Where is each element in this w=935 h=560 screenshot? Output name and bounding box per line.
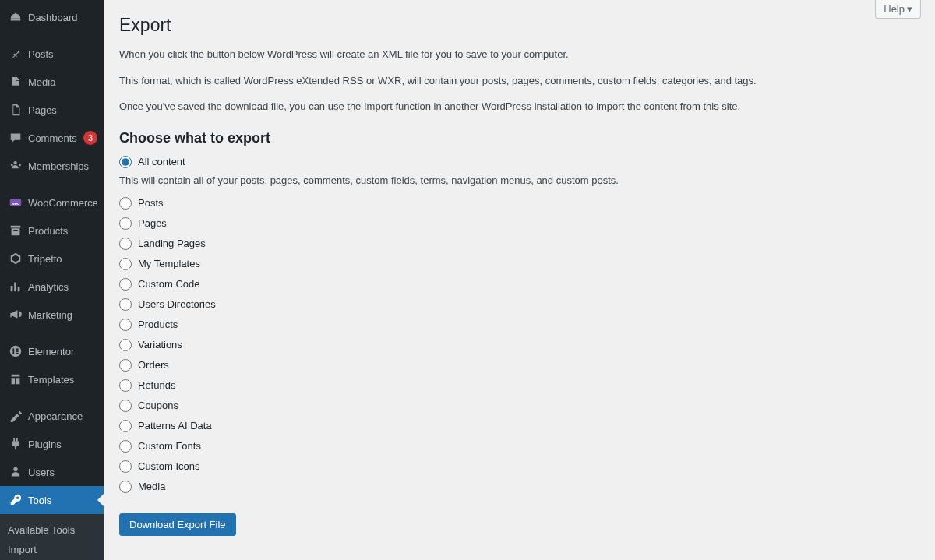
comments-icon	[8, 130, 23, 146]
radio-all-content-input[interactable]	[119, 156, 132, 168]
sidebar-item-elementor[interactable]: Elementor	[0, 337, 104, 365]
submenu-label: Import	[8, 544, 37, 555]
menu-label: Dashboard	[28, 12, 97, 23]
submenu-label: Available Tools	[8, 524, 75, 536]
menu-label: Tripetto	[28, 253, 97, 265]
menu-label: Analytics	[28, 281, 97, 293]
page-title: Export	[119, 8, 919, 36]
menu-label: Posts	[28, 48, 97, 60]
radio-refunds-input[interactable]	[119, 379, 132, 392]
sidebar-item-posts[interactable]: Posts	[0, 40, 104, 68]
radio-patterns-ai-data-input[interactable]	[119, 420, 132, 432]
menu-label: Media	[28, 76, 97, 88]
radio-posts[interactable]: Posts	[119, 197, 919, 210]
analytics-icon	[8, 279, 23, 294]
menu-label: Users	[28, 467, 97, 478]
radio-custom-fonts[interactable]: Custom Fonts	[119, 440, 919, 453]
radio-label: Patterns AI Data	[138, 420, 212, 431]
sidebar-item-products[interactable]: Products	[0, 217, 104, 245]
radio-pages-input[interactable]	[119, 217, 132, 230]
sidebar-item-plugins[interactable]: Plugins	[0, 430, 104, 458]
sidebar-item-pages[interactable]: Pages	[0, 96, 104, 124]
radio-my-templates[interactable]: My Templates	[119, 258, 919, 270]
intro-paragraph-3: Once you've saved the download file, you…	[119, 99, 919, 114]
help-tab[interactable]: Help ▾	[875, 0, 921, 19]
radio-all-content-label: All content	[138, 156, 185, 167]
sidebar-item-users[interactable]: Users	[0, 458, 104, 486]
radio-label: Custom Icons	[138, 460, 199, 472]
menu-label: WooCommerce	[28, 197, 97, 209]
radio-landing-pages[interactable]: Landing Pages	[119, 238, 919, 250]
download-export-button[interactable]: Download Export File	[119, 513, 236, 536]
admin-sidebar: DashboardPostsMediaPagesComments3Members…	[0, 0, 104, 560]
radio-variations[interactable]: Variations	[119, 339, 919, 351]
radio-orders-input[interactable]	[119, 359, 132, 372]
menu-label: Plugins	[28, 438, 97, 450]
svg-rect-5	[16, 350, 19, 352]
radio-custom-icons-input[interactable]	[119, 460, 132, 473]
tripetto-icon	[8, 251, 23, 266]
woo-icon: woo	[8, 195, 23, 210]
radio-posts-input[interactable]	[119, 197, 132, 210]
sidebar-item-media[interactable]: Media	[0, 68, 104, 96]
submenu-item-available-tools[interactable]: Available Tools	[0, 520, 104, 540]
radio-custom-fonts-input[interactable]	[119, 440, 132, 453]
radio-custom-code-input[interactable]	[119, 278, 132, 291]
count-badge: 3	[83, 131, 97, 145]
radio-label: My Templates	[138, 258, 200, 269]
tools-icon	[8, 492, 23, 508]
radio-products-input[interactable]	[119, 319, 132, 331]
radio-label: Landing Pages	[138, 238, 206, 249]
menu-separator	[0, 182, 104, 186]
radio-custom-code[interactable]: Custom Code	[119, 278, 919, 291]
radio-users-directories[interactable]: Users Directories	[119, 298, 919, 311]
radio-orders[interactable]: Orders	[119, 359, 919, 372]
radio-custom-icons[interactable]: Custom Icons	[119, 460, 919, 473]
radio-landing-pages-input[interactable]	[119, 238, 132, 250]
radio-label: Custom Fonts	[138, 440, 201, 452]
menu-label: Elementor	[28, 346, 97, 357]
chevron-down-icon: ▾	[907, 3, 912, 15]
submenu-item-import[interactable]: Import	[0, 540, 104, 559]
sidebar-item-woocommerce[interactable]: wooWooCommerce	[0, 188, 104, 217]
menu-label: Tools	[28, 495, 97, 506]
menu-separator	[0, 331, 104, 335]
radio-all-content[interactable]: All content	[119, 156, 919, 168]
radio-media-input[interactable]	[119, 481, 132, 493]
radio-pages[interactable]: Pages	[119, 217, 919, 230]
dashboard-icon	[8, 9, 23, 25]
radio-label: Custom Code	[138, 278, 199, 290]
radio-patterns-ai-data[interactable]: Patterns AI Data	[119, 420, 919, 432]
radio-label: Media	[138, 481, 165, 492]
sidebar-item-tripetto[interactable]: Tripetto	[0, 245, 104, 273]
sidebar-item-templates[interactable]: Templates	[0, 365, 104, 393]
radio-label: Pages	[138, 217, 167, 229]
radio-label: Variations	[138, 339, 182, 350]
menu-label: Marketing	[28, 309, 97, 321]
sidebar-item-comments[interactable]: Comments3	[0, 124, 104, 152]
menu-label: Appearance	[28, 410, 97, 422]
sidebar-item-memberships[interactable]: Memberships	[0, 152, 104, 180]
plugins-icon	[8, 436, 23, 452]
sidebar-item-marketing[interactable]: Marketing	[0, 301, 104, 329]
sidebar-item-tools[interactable]: Tools	[0, 486, 104, 514]
radio-label: Products	[138, 319, 178, 330]
radio-refunds[interactable]: Refunds	[119, 379, 919, 392]
sidebar-item-analytics[interactable]: Analytics	[0, 273, 104, 301]
sidebar-item-appearance[interactable]: Appearance	[0, 402, 104, 430]
intro-paragraph-2: This format, which is called WordPress e…	[119, 73, 919, 89]
menu-separator	[0, 33, 104, 37]
radio-coupons[interactable]: Coupons	[119, 400, 919, 412]
elementor-icon	[8, 343, 23, 359]
radio-coupons-input[interactable]	[119, 400, 132, 412]
radio-users-directories-input[interactable]	[119, 298, 132, 311]
help-label: Help	[884, 3, 905, 15]
sidebar-item-dashboard[interactable]: Dashboard	[0, 3, 104, 31]
tools-submenu: Available ToolsImportExportSite Health1E…	[0, 514, 104, 560]
radio-label: Orders	[138, 359, 169, 371]
radio-variations-input[interactable]	[119, 339, 132, 351]
radio-my-templates-input[interactable]	[119, 258, 132, 270]
radio-media[interactable]: Media	[119, 481, 919, 493]
menu-label: Products	[28, 225, 97, 237]
radio-products[interactable]: Products	[119, 319, 919, 331]
